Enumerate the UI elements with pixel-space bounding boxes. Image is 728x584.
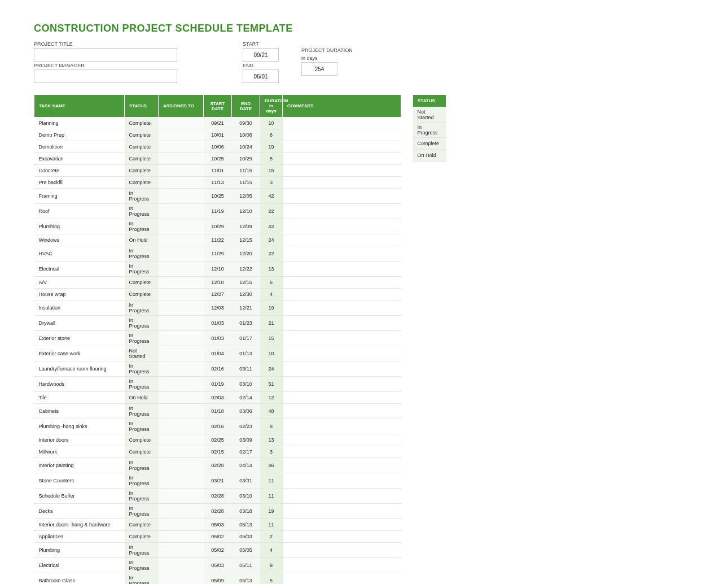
cell-comments[interactable] <box>283 204 401 219</box>
cell-assigned[interactable] <box>159 404 204 419</box>
table-row[interactable]: HVACIn Progress11/2912/2022 <box>34 246 401 262</box>
cell-status[interactable]: In Progress <box>125 300 159 316</box>
cell-status[interactable]: In Progress <box>125 489 159 504</box>
table-row[interactable]: Stone CountersIn Progress03/2103/3111 <box>34 473 401 489</box>
cell-status[interactable]: In Progress <box>125 377 159 392</box>
cell-comments[interactable] <box>283 165 401 177</box>
table-row[interactable]: RoofIn Progress11/1912/1022 <box>34 204 401 219</box>
cell-assigned[interactable] <box>159 289 204 300</box>
cell-comments[interactable] <box>283 531 401 543</box>
cell-assigned[interactable] <box>159 361 204 377</box>
cell-comments[interactable] <box>283 458 401 473</box>
table-row[interactable]: Exterior case workNot Started01/0401/131… <box>34 346 401 361</box>
table-row[interactable]: Interior paintingIn Progress02/2804/1446 <box>34 458 401 473</box>
table-row[interactable]: PlumbingIn Progress05/0205/054 <box>34 543 401 558</box>
cell-assigned[interactable] <box>159 504 204 519</box>
cell-comments[interactable] <box>283 331 401 346</box>
cell-assigned[interactable] <box>159 531 204 543</box>
cell-status[interactable]: Complete <box>125 165 159 177</box>
table-row[interactable]: MillworkComplete02/1502/173 <box>34 446 401 458</box>
cell-comments[interactable] <box>283 573 401 585</box>
cell-status[interactable]: Complete <box>125 177 159 189</box>
cell-assigned[interactable] <box>159 219 204 234</box>
cell-assigned[interactable] <box>159 316 204 331</box>
cell-assigned[interactable] <box>159 165 204 177</box>
cell-assigned[interactable] <box>159 573 204 585</box>
cell-comments[interactable] <box>283 504 401 519</box>
cell-comments[interactable] <box>283 246 401 262</box>
table-row[interactable]: Schedule BufferIn Progress02/2803/1011 <box>34 489 401 504</box>
cell-comments[interactable] <box>283 219 401 234</box>
cell-comments[interactable] <box>283 377 401 392</box>
cell-status[interactable]: Complete <box>125 277 159 289</box>
cell-comments[interactable] <box>283 289 401 300</box>
cell-comments[interactable] <box>283 316 401 331</box>
table-row[interactable]: FramingIn Progress10/2512/0542 <box>34 189 401 204</box>
table-row[interactable]: InsulationIn Progress12/0312/2119 <box>34 300 401 316</box>
cell-assigned[interactable] <box>159 392 204 404</box>
cell-assigned[interactable] <box>159 117 204 129</box>
cell-comments[interactable] <box>283 189 401 204</box>
table-row[interactable]: ExcavationComplete10/2510/295 <box>34 153 401 165</box>
cell-comments[interactable] <box>283 404 401 419</box>
cell-status[interactable]: Complete <box>125 519 159 531</box>
cell-assigned[interactable] <box>159 377 204 392</box>
table-row[interactable]: Exterior stoneIn Progress01/0301/1715 <box>34 331 401 346</box>
table-row[interactable]: AppliancesComplete05/0205/032 <box>34 531 401 543</box>
cell-assigned[interactable] <box>159 262 204 277</box>
cell-status[interactable]: Complete <box>125 117 159 129</box>
cell-status[interactable]: Complete <box>125 141 159 153</box>
cell-status[interactable]: Complete <box>125 531 159 543</box>
cell-comments[interactable] <box>283 117 401 129</box>
table-row[interactable]: Interior doors- hang & hardwareComplete0… <box>34 519 401 531</box>
cell-status[interactable]: In Progress <box>125 189 159 204</box>
cell-status[interactable]: In Progress <box>125 543 159 558</box>
cell-assigned[interactable] <box>159 129 204 141</box>
cell-assigned[interactable] <box>159 346 204 361</box>
cell-comments[interactable] <box>283 473 401 489</box>
table-row[interactable]: DecksIn Progress02/2803/1819 <box>34 504 401 519</box>
cell-comments[interactable] <box>283 558 401 573</box>
cell-assigned[interactable] <box>159 419 204 434</box>
cell-status[interactable]: In Progress <box>125 204 159 219</box>
cell-status[interactable]: In Progress <box>125 316 159 331</box>
cell-comments[interactable] <box>283 141 401 153</box>
cell-assigned[interactable] <box>159 519 204 531</box>
cell-assigned[interactable] <box>159 189 204 204</box>
cell-comments[interactable] <box>283 262 401 277</box>
cell-comments[interactable] <box>283 177 401 189</box>
table-row[interactable]: PlanningComplete09/2109/3010 <box>34 117 401 129</box>
cell-status[interactable]: In Progress <box>125 419 159 434</box>
cell-comments[interactable] <box>283 129 401 141</box>
table-row[interactable]: Pre backfillComplete11/1311/153 <box>34 177 401 189</box>
cell-comments[interactable] <box>283 419 401 434</box>
cell-assigned[interactable] <box>159 246 204 262</box>
project-manager-input[interactable] <box>34 69 177 83</box>
cell-comments[interactable] <box>283 392 401 404</box>
cell-status[interactable]: In Progress <box>125 246 159 262</box>
cell-comments[interactable] <box>283 361 401 377</box>
cell-assigned[interactable] <box>159 434 204 446</box>
cell-status[interactable]: Complete <box>125 153 159 165</box>
cell-comments[interactable] <box>283 234 401 246</box>
cell-assigned[interactable] <box>159 300 204 316</box>
table-row[interactable]: Plumbing -hang sinksIn Progress02/1602/2… <box>34 419 401 434</box>
cell-comments[interactable] <box>283 434 401 446</box>
table-row[interactable]: PlumbingIn Progress10/2912/0942 <box>34 219 401 234</box>
cell-status[interactable]: In Progress <box>125 504 159 519</box>
table-row[interactable]: ConcreteComplete11/0111/1515 <box>34 165 401 177</box>
cell-status[interactable]: On Hold <box>125 234 159 246</box>
cell-status[interactable]: In Progress <box>125 458 159 473</box>
cell-comments[interactable] <box>283 489 401 504</box>
end-value[interactable]: 06/01 <box>243 69 279 83</box>
cell-status[interactable]: On Hold <box>125 392 159 404</box>
cell-status[interactable]: Complete <box>125 129 159 141</box>
cell-status[interactable]: Complete <box>125 289 159 300</box>
cell-comments[interactable] <box>283 153 401 165</box>
cell-comments[interactable] <box>283 346 401 361</box>
cell-assigned[interactable] <box>159 543 204 558</box>
table-row[interactable]: WindowsOn Hold11/2212/1524 <box>34 234 401 246</box>
cell-assigned[interactable] <box>159 473 204 489</box>
cell-status[interactable]: In Progress <box>125 331 159 346</box>
table-row[interactable]: DrywallIn Progress01/0301/2321 <box>34 316 401 331</box>
